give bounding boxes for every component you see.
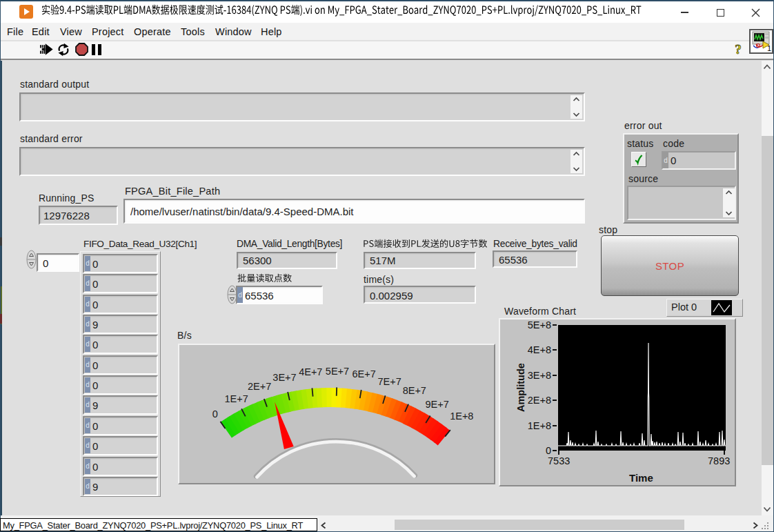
svg-text:9E+7: 9E+7 (426, 399, 449, 410)
svg-text:2E+7: 2E+7 (248, 381, 271, 392)
svg-text:4E+7: 4E+7 (299, 366, 322, 377)
svg-text:6E+7: 6E+7 (352, 368, 375, 380)
svg-text:7E+7: 7E+7 (378, 376, 401, 387)
svg-text:?: ? (735, 43, 742, 56)
svg-text:0: 0 (212, 408, 218, 420)
svg-text:1: 1 (767, 44, 771, 52)
svg-text:1E+7: 1E+7 (224, 393, 248, 404)
svg-text:8E+7: 8E+7 (403, 385, 426, 396)
svg-text:5E+7: 5E+7 (326, 366, 349, 377)
svg-text:1E+8: 1E+8 (450, 411, 473, 422)
svg-text:3E+7: 3E+7 (272, 372, 296, 383)
